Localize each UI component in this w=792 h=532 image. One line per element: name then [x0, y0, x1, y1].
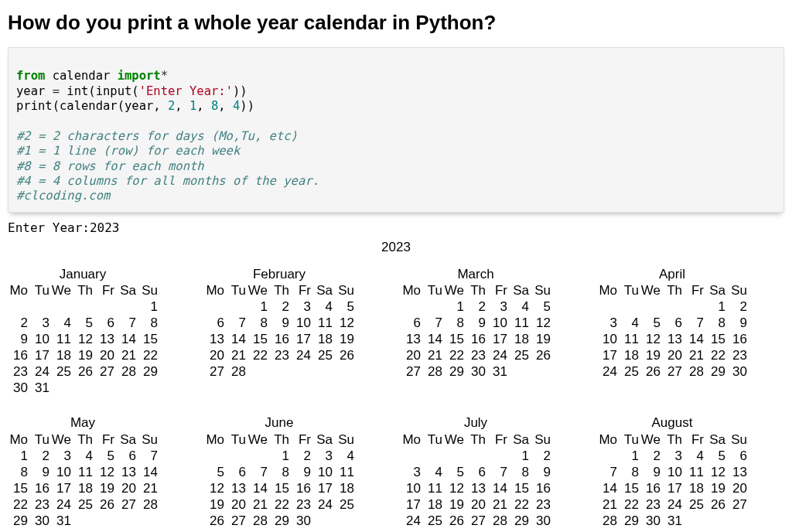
- day-empty: [684, 298, 704, 315]
- weekday-label: Th: [269, 282, 289, 298]
- day-cell: 12: [73, 331, 93, 347]
- day-cell: 3: [662, 448, 682, 464]
- day-cell: 10: [51, 464, 71, 480]
- day-cell: 5: [334, 298, 354, 315]
- day-cell: 15: [619, 480, 639, 496]
- day-cell: 21: [116, 347, 136, 363]
- day-cell: 25: [73, 496, 93, 513]
- day-cell: 21: [226, 347, 246, 363]
- day-cell: 26: [444, 513, 464, 529]
- day-cell: 26: [204, 513, 224, 529]
- day-cell: 17: [312, 480, 333, 496]
- weekday-label: Tu: [422, 282, 442, 298]
- day-cell: 31: [29, 380, 50, 396]
- calendar-row: MayMoTuWeThFrSaSu12345678910111213141516…: [8, 414, 784, 532]
- day-cell: 11: [509, 315, 529, 331]
- month-grid: MoTuWeThFrSaSu12345678910111213141516171…: [8, 282, 158, 396]
- calendar-month: JulyMoTuWeThFrSaSu1234567891011121314151…: [401, 414, 551, 532]
- day-cell: 10: [401, 480, 421, 496]
- day-cell: 12: [531, 315, 551, 331]
- day-cell: 6: [94, 315, 114, 331]
- day-empty: [422, 298, 442, 315]
- day-cell: 10: [312, 464, 333, 480]
- day-cell: 29: [8, 513, 28, 529]
- day-cell: 5: [640, 315, 661, 331]
- weekday-label: Th: [73, 431, 93, 448]
- weekday-label: Su: [531, 431, 551, 448]
- weekday-label: Tu: [226, 431, 246, 448]
- day-cell: 24: [597, 363, 617, 380]
- day-cell: 3: [51, 448, 71, 464]
- day-cell: 20: [401, 347, 421, 363]
- day-cell: 9: [29, 464, 50, 480]
- day-cell: 19: [204, 496, 224, 513]
- day-cell: 28: [684, 363, 704, 380]
- weekday-label: Sa: [705, 431, 725, 448]
- day-empty: [204, 298, 224, 315]
- day-cell: 28: [138, 496, 158, 513]
- day-cell: 6: [116, 448, 136, 464]
- day-cell: 21: [597, 496, 617, 513]
- month-grid: MoTuWeThFrSaSu12345678910111213141516171…: [204, 282, 354, 380]
- day-cell: 8: [705, 315, 725, 331]
- day-cell: 4: [422, 464, 442, 480]
- day-cell: 23: [8, 363, 28, 380]
- day-cell: 14: [422, 331, 442, 347]
- tok: ,: [175, 99, 189, 113]
- day-empty: [8, 298, 28, 315]
- weekday-label: Mo: [401, 431, 421, 448]
- day-cell: 19: [444, 496, 464, 513]
- day-cell: 14: [226, 331, 246, 347]
- day-cell: 28: [226, 363, 246, 380]
- day-cell: 5: [705, 448, 725, 464]
- day-cell: 23: [727, 347, 747, 363]
- day-cell: 11: [312, 315, 333, 331]
- weekday-label: Su: [334, 431, 354, 448]
- day-cell: 31: [401, 529, 421, 533]
- day-cell: 30: [727, 363, 747, 380]
- weekday-label: Mo: [8, 282, 28, 298]
- weekday-label: Tu: [619, 282, 639, 298]
- day-cell: 2: [640, 448, 661, 464]
- day-cell: 23: [291, 496, 311, 513]
- day-empty: [94, 298, 114, 315]
- month-grid: MoTuWeThFrSaSu12345678910111213141516171…: [597, 282, 747, 380]
- day-cell: 27: [466, 513, 486, 529]
- day-cell: 14: [116, 331, 136, 347]
- day-cell: 15: [138, 331, 158, 347]
- day-cell: 16: [291, 480, 311, 496]
- day-cell: 19: [531, 331, 551, 347]
- day-cell: 8: [509, 464, 529, 480]
- day-cell: 27: [401, 363, 421, 380]
- day-empty: [662, 298, 682, 315]
- day-cell: 14: [487, 480, 507, 496]
- day-cell: 2: [727, 298, 747, 315]
- day-cell: 13: [226, 480, 246, 496]
- day-cell: 6: [727, 448, 747, 464]
- weekday-label: Sa: [116, 282, 136, 298]
- day-cell: 2: [29, 448, 50, 464]
- day-cell: 27: [116, 496, 136, 513]
- day-cell: 25: [312, 347, 333, 363]
- day-cell: 11: [51, 331, 71, 347]
- day-cell: 11: [422, 480, 442, 496]
- day-cell: 15: [8, 480, 28, 496]
- day-cell: 8: [8, 464, 28, 480]
- day-cell: 13: [662, 331, 682, 347]
- day-cell: 10: [291, 315, 311, 331]
- day-cell: 22: [138, 347, 158, 363]
- day-cell: 1: [619, 448, 639, 464]
- day-cell: 4: [684, 448, 704, 464]
- day-cell: 18: [312, 331, 333, 347]
- day-empty: [73, 298, 93, 315]
- day-cell: 1: [248, 298, 268, 315]
- day-cell: 3: [291, 298, 311, 315]
- day-cell: 23: [531, 496, 551, 513]
- day-cell: 8: [444, 315, 464, 331]
- day-cell: 25: [422, 513, 442, 529]
- tok-str: 'Enter Year:': [139, 84, 233, 98]
- day-cell: 5: [204, 464, 224, 480]
- day-cell: 29: [705, 363, 725, 380]
- day-cell: 24: [662, 496, 682, 513]
- page-title: How do you print a whole year calendar i…: [8, 11, 784, 35]
